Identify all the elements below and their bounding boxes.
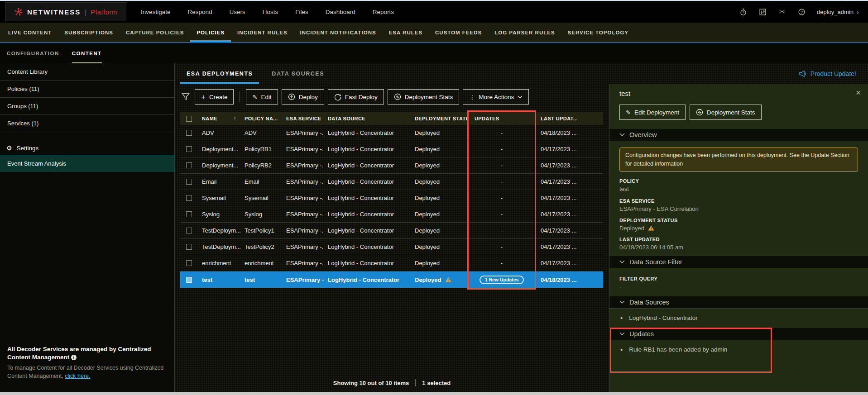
nav-policies[interactable]: POLICIES	[190, 23, 231, 42]
deployment-detail-panel: test × ✎ Edit Deployment	[609, 84, 868, 392]
row-checkbox[interactable]	[186, 179, 192, 185]
table-row[interactable]: TestDeploym... TestPolicy2 ESAPrimary -.…	[180, 239, 603, 255]
row-checkbox[interactable]	[186, 244, 192, 250]
column-header-updates[interactable]: UPDATES	[468, 116, 535, 121]
deploy-button[interactable]: Deploy	[282, 89, 324, 105]
close-icon[interactable]: ×	[856, 88, 861, 98]
policies-subnav: CONFIGURATION CONTENT	[0, 43, 868, 63]
sidebar-item-event-stream-analysis[interactable]: Event Stream Analysis	[0, 155, 174, 172]
table-row-selected[interactable]: test test ESAPrimary -... LogHybrid - Co…	[180, 271, 603, 288]
row-checkbox[interactable]	[186, 130, 192, 136]
table-header-row: NAME ↑ POLICY NA... ESA SERVICE DATA SOU…	[180, 112, 603, 125]
netwitness-logo[interactable]: NETWITNESS | Platform	[5, 2, 126, 21]
info-icon[interactable]	[71, 355, 77, 360]
field-policy: POLICY test	[619, 178, 858, 192]
row-checkbox[interactable]	[186, 146, 192, 152]
menu-respond[interactable]: Respond	[187, 9, 212, 15]
filter-icon[interactable]	[180, 91, 191, 102]
brand-product: Platform	[91, 8, 118, 16]
horizontal-scrollbar[interactable]	[0, 392, 868, 395]
admin-tools-icon[interactable]: ✂	[778, 8, 786, 16]
more-actions-button[interactable]: ⋮ More Actions	[463, 89, 529, 105]
column-header-name[interactable]: NAME ↑	[197, 115, 241, 122]
row-checkbox[interactable]	[186, 228, 192, 233]
section-data-source-filter[interactable]: Data Source Filter	[609, 256, 868, 268]
field-last-updated: LAST UPDATED 04/18/2023 06:14:05 am	[619, 237, 858, 251]
right-part: ESA DEPLOYMENTS DATA SOURCES Product Upd…	[175, 63, 868, 392]
nav-custom-feeds[interactable]: CUSTOM FEEDS	[429, 23, 488, 42]
row-checkbox[interactable]	[186, 195, 192, 201]
column-header-deployment-status[interactable]: DEPLOYMENT STATUS	[409, 116, 468, 121]
row-checkbox-checked[interactable]	[186, 277, 192, 283]
table-row[interactable]: Sysemail Sysemail ESAPrimary -... LogHyb…	[180, 190, 603, 206]
content-area: Content Library Policies (11) Groups (11…	[0, 63, 868, 392]
edit-deployment-button[interactable]: ✎ Edit Deployment	[619, 105, 686, 120]
sidebar-item-content-library[interactable]: Content Library	[0, 63, 174, 81]
help-icon[interactable]: ?	[797, 8, 806, 16]
stats-icon	[394, 93, 401, 100]
table-row[interactable]: Email Email ESAPrimary -... LogHybrid - …	[180, 174, 603, 190]
panel-actions: ✎ Edit Deployment Deployment Stats	[619, 105, 858, 120]
table-row[interactable]: enrichment enrichment ESAPrimary -... Lo…	[180, 255, 603, 271]
table-row[interactable]: Deployment... PolicyRB1 ESAPrimary -... …	[180, 141, 603, 157]
tab-content[interactable]: CONTENT	[72, 43, 102, 63]
menu-files[interactable]: Files	[295, 9, 308, 15]
nav-log-parser-rules[interactable]: LOG PARSER RULES	[488, 23, 561, 42]
product-update-link[interactable]: Product Update!	[799, 63, 856, 84]
menu-dashboard[interactable]: Dashboard	[326, 9, 355, 15]
menu-reports[interactable]: Reports	[373, 9, 394, 15]
row-checkbox[interactable]	[186, 211, 192, 217]
sort-ascending-icon[interactable]: ↑	[234, 115, 236, 122]
click-here-link[interactable]: click here.	[65, 373, 90, 379]
section-updates[interactable]: Updates	[609, 328, 868, 340]
table-row[interactable]: ADV ADV ESAPrimary -... LogHybrid - Conc…	[180, 125, 603, 141]
nav-incident-notifications[interactable]: INCIDENT NOTIFICATIONS	[294, 23, 383, 42]
select-all-checkbox[interactable]	[186, 116, 192, 122]
nav-capture-policies[interactable]: CAPTURE POLICIES	[120, 23, 190, 42]
nav-incident-rules[interactable]: INCIDENT RULES	[231, 23, 293, 42]
deployment-stats-button[interactable]: Deployment Stats	[388, 89, 460, 105]
table-row[interactable]: TestDeploym... TestPolicy1 ESAPrimary -.…	[180, 223, 603, 239]
new-updates-badge[interactable]: 1 New Updates	[480, 276, 524, 284]
sidebar-item-settings[interactable]: ⚙ Settings	[0, 141, 174, 155]
section-overview[interactable]: Overview	[609, 129, 868, 141]
tab-data-sources[interactable]: DATA SOURCES	[265, 63, 331, 84]
decoder-note-title: All Decoder Services are managed by Cent…	[7, 346, 151, 361]
menu-investigate[interactable]: Investigate	[141, 9, 170, 15]
nav-service-topology[interactable]: SERVICE TOPOLOGY	[561, 23, 635, 42]
menu-users[interactable]: Users	[229, 9, 245, 15]
nav-subscriptions[interactable]: SUBSCRIPTIONS	[58, 23, 120, 42]
panel-deployment-stats-button[interactable]: Deployment Stats	[690, 105, 762, 120]
nav-esa-rules[interactable]: ESA RULES	[383, 23, 429, 42]
column-header-esa-service[interactable]: ESA SERVICE	[283, 116, 324, 121]
section-data-sources[interactable]: Data Sources	[609, 296, 868, 309]
timer-icon[interactable]	[739, 8, 748, 16]
column-header-policy[interactable]: POLICY NA...	[241, 116, 283, 121]
sidebar-item-policies[interactable]: Policies (11)	[0, 81, 174, 98]
sidebar-item-groups[interactable]: Groups (11)	[0, 98, 174, 115]
chevron-down-icon	[619, 300, 625, 304]
gear-icon: ⚙	[6, 144, 12, 152]
jobs-icon[interactable]	[758, 8, 767, 16]
tab-configuration[interactable]: CONFIGURATION	[7, 43, 59, 63]
column-header-data-source[interactable]: DATA SOURCE	[324, 116, 409, 121]
menu-hosts[interactable]: Hosts	[263, 9, 278, 15]
table-row[interactable]: Syslog Syslog ESAPrimary -... LogHybrid …	[180, 206, 603, 223]
sidebar-item-services[interactable]: Services (1)	[0, 115, 174, 132]
table-row[interactable]: Deployment... PolicyRB2 ESAPrimary -... …	[180, 157, 603, 174]
create-button[interactable]: + Create	[195, 89, 234, 105]
netwitness-spark-icon	[14, 7, 23, 16]
field-filter-query: FILTER QUERY -	[619, 276, 858, 290]
edit-button[interactable]: ✎ Edit	[246, 89, 278, 105]
selected-count: 1 selected	[422, 380, 451, 386]
tab-esa-deployments[interactable]: ESA DEPLOYMENTS	[180, 63, 259, 84]
nav-live-content[interactable]: LIVE CONTENT	[2, 23, 58, 42]
user-menu[interactable]: deploy_admin ›	[817, 8, 859, 16]
row-checkbox[interactable]	[186, 162, 192, 168]
column-header-last-updated[interactable]: LAST UPDAT...	[535, 116, 603, 121]
fast-deploy-button[interactable]: Fast Deploy	[328, 89, 384, 105]
row-checkbox[interactable]	[186, 260, 192, 266]
topbar-right: ✂ ? deploy_admin ›	[739, 8, 859, 16]
megaphone-icon	[799, 70, 807, 77]
product-update-label: Product Update!	[810, 70, 856, 77]
